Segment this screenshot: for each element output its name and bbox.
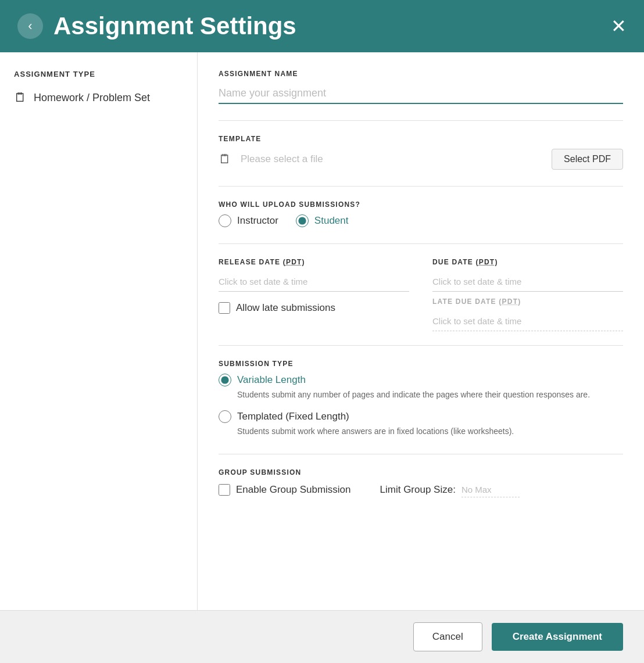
instructor-radio[interactable]: [219, 214, 231, 227]
release-date-label: RELEASE DATE (PDT): [219, 258, 409, 266]
allow-late-checkbox-row[interactable]: Allow late submissions: [219, 302, 335, 314]
no-max-input[interactable]: [461, 482, 520, 497]
divider-1: [219, 120, 623, 121]
sidebar-item-homework[interactable]: 🗒 Homework / Problem Set: [14, 88, 183, 107]
date-grid: RELEASE DATE (PDT) DUE DATE (PDT): [219, 258, 623, 292]
release-date-input[interactable]: [219, 272, 409, 292]
group-limit-area: Limit Group Size:: [380, 482, 520, 497]
submission-type-label: SUBMISSION TYPE: [219, 360, 623, 368]
due-date-label: DUE DATE (PDT): [432, 258, 623, 266]
variable-length-header: Variable Length: [219, 374, 623, 386]
assignment-name-input[interactable]: [219, 84, 623, 104]
cancel-button[interactable]: Cancel: [413, 622, 482, 651]
templated-desc: Students submit work where answers are i…: [237, 425, 623, 438]
late-due-date-input[interactable]: [432, 311, 623, 331]
student-radio[interactable]: [296, 214, 309, 227]
header-left: ‹ Assignment Settings: [17, 12, 296, 40]
who-upload-group: WHO WILL UPLOAD SUBMISSIONS? Instructor …: [219, 200, 623, 227]
instructor-label: Instructor: [237, 215, 278, 227]
group-submission-label: GROUP SUBMISSION: [219, 468, 623, 476]
group-enable-area: Enable Group Submission: [219, 484, 351, 496]
divider-3: [219, 243, 623, 244]
group-submission-group: GROUP SUBMISSION Enable Group Submission…: [219, 468, 623, 497]
allow-late-label: Allow late submissions: [236, 302, 335, 314]
sidebar: ASSIGNMENT TYPE 🗒 Homework / Problem Set: [0, 52, 198, 610]
variable-length-desc: Students submit any number of pages and …: [237, 389, 623, 401]
student-radio-option[interactable]: Student: [296, 214, 349, 227]
group-submission-checkbox[interactable]: [219, 484, 230, 496]
late-due-date-group: LATE DUE DATE (PDT): [432, 298, 623, 331]
allow-late-group: Allow late submissions: [219, 298, 409, 331]
header: ‹ Assignment Settings ✕: [0, 0, 644, 52]
variable-length-option: Variable Length Students submit any numb…: [219, 374, 623, 401]
template-placeholder-text: Please select a file: [241, 153, 542, 165]
page-title: Assignment Settings: [53, 12, 296, 40]
homework-icon: 🗒: [14, 90, 27, 105]
group-submission-row: Enable Group Submission Limit Group Size…: [219, 482, 623, 497]
template-row: 🗒 Please select a file Select PDF: [219, 149, 623, 170]
sidebar-item-label: Homework / Problem Set: [34, 92, 150, 104]
templated-header: Templated (Fixed Length): [219, 410, 623, 423]
footer: Cancel Create Assignment: [0, 610, 644, 663]
file-icon: 🗒: [219, 152, 231, 167]
templated-radio[interactable]: [219, 410, 231, 423]
select-pdf-button[interactable]: Select PDF: [552, 149, 623, 170]
assignment-name-label: ASSIGNMENT NAME: [219, 70, 623, 78]
divider-4: [219, 345, 623, 346]
main-content: ASSIGNMENT NAME TEMPLATE 🗒 Please select…: [198, 52, 644, 610]
create-assignment-button[interactable]: Create Assignment: [492, 623, 623, 651]
templated-option: Templated (Fixed Length) Students submit…: [219, 410, 623, 438]
who-upload-label: WHO WILL UPLOAD SUBMISSIONS?: [219, 200, 623, 209]
upload-radio-group: Instructor Student: [219, 214, 623, 227]
group-enable-label: Enable Group Submission: [236, 484, 351, 496]
divider-5: [219, 454, 623, 454]
close-button[interactable]: ✕: [611, 15, 627, 37]
body: ASSIGNMENT TYPE 🗒 Homework / Problem Set…: [0, 52, 644, 610]
release-date-group: RELEASE DATE (PDT): [219, 258, 409, 292]
due-date-input[interactable]: [432, 272, 623, 292]
allow-late-checkbox[interactable]: [219, 302, 230, 314]
late-due-date-label: LATE DUE DATE (PDT): [432, 298, 623, 306]
templated-title: Templated (Fixed Length): [237, 411, 349, 422]
back-button[interactable]: ‹: [17, 13, 43, 39]
variable-length-title: Variable Length: [237, 374, 306, 386]
assignment-name-group: ASSIGNMENT NAME: [219, 70, 623, 104]
divider-2: [219, 186, 623, 187]
assignment-type-label: ASSIGNMENT TYPE: [14, 70, 183, 78]
template-group: TEMPLATE 🗒 Please select a file Select P…: [219, 135, 623, 170]
variable-length-radio[interactable]: [219, 374, 231, 386]
submission-type-group: SUBMISSION TYPE Variable Length Students…: [219, 360, 623, 438]
limit-group-size-label: Limit Group Size:: [380, 484, 456, 496]
student-label: Student: [314, 215, 349, 227]
late-row: Allow late submissions LATE DUE DATE (PD…: [219, 298, 623, 331]
instructor-radio-option[interactable]: Instructor: [219, 214, 278, 227]
due-date-group: DUE DATE (PDT): [432, 258, 623, 292]
group-submission-checkbox-row[interactable]: Enable Group Submission: [219, 484, 351, 496]
template-label: TEMPLATE: [219, 135, 623, 143]
